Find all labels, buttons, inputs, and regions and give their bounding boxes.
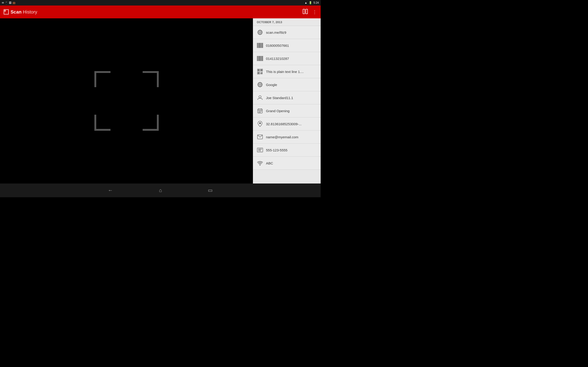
svg-rect-19 (257, 56, 258, 61)
svg-rect-52 (259, 111, 259, 111)
qr-code-icon (257, 68, 263, 75)
history-item-text: This is plain text line 1.... (266, 70, 304, 74)
svg-rect-27 (262, 56, 262, 61)
status-bar: ✉ 📱 🖼 💼 ▲ 🔋 5:24 (0, 0, 321, 6)
svg-rect-3 (306, 9, 308, 14)
history-item-text: 016000507661 (266, 44, 289, 48)
scan-logo-icon (4, 10, 8, 14)
clock: 5:24 (313, 1, 319, 4)
svg-rect-25 (261, 56, 261, 61)
bracket-top-right (143, 71, 159, 87)
svg-rect-20 (258, 56, 258, 61)
history-item[interactable]: scan.me/l9z9 (253, 26, 321, 39)
history-item-text: name@myemail.com (266, 135, 298, 139)
more-options-button[interactable]: ⋮ (312, 9, 317, 15)
globe-icon (257, 29, 263, 35)
svg-rect-21 (258, 56, 259, 61)
history-item-text: Grand Opening (266, 109, 290, 113)
svg-rect-56 (260, 112, 260, 113)
svg-rect-12 (259, 43, 259, 48)
location-pin-icon (257, 121, 263, 127)
app-bar-actions: ⋮ (303, 9, 317, 15)
home-button[interactable]: ⌂ (159, 187, 162, 193)
history-item[interactable]: Google (253, 78, 321, 91)
svg-rect-14 (260, 43, 260, 48)
svg-rect-38 (260, 73, 261, 73)
history-item[interactable]: ABC (253, 157, 321, 170)
app-title-scan: Scan (10, 9, 22, 15)
history-item[interactable]: Grand Opening (253, 104, 321, 117)
history-item[interactable]: 014113210287 (253, 52, 321, 65)
app-bar: Scan History ⋮ (0, 6, 321, 18)
svg-rect-17 (262, 43, 262, 48)
bracket-bottom-right (143, 115, 159, 131)
history-item-text: scan.me/l9z9 (266, 31, 286, 34)
svg-rect-18 (262, 43, 263, 48)
svg-rect-26 (261, 56, 262, 61)
wifi-icon (257, 160, 263, 166)
globe-icon (257, 81, 263, 88)
svg-rect-40 (260, 73, 262, 74)
calendar-icon (257, 108, 263, 114)
history-panel: OCTOBER 7, 2013 scan.me/l9z9 (253, 18, 321, 184)
history-item[interactable]: This is plain text line 1.... (253, 65, 321, 78)
svg-rect-16 (261, 43, 262, 48)
status-bar-right: ▲ 🔋 5:24 (304, 1, 319, 4)
svg-rect-35 (260, 72, 261, 73)
nav-bar: ← ⌂ ▭ (0, 184, 321, 197)
svg-rect-37 (262, 72, 262, 73)
svg-rect-15 (261, 43, 261, 48)
svg-point-63 (259, 165, 260, 166)
split-view-button[interactable] (303, 9, 308, 15)
status-bar-left: ✉ 📱 🖼 💼 (2, 1, 16, 4)
history-item[interactable]: name@myemail.com (253, 131, 321, 144)
app-logo (4, 9, 9, 15)
svg-rect-9 (257, 43, 258, 48)
briefcase-icon: 💼 (12, 1, 16, 4)
person-icon (257, 94, 263, 101)
history-item-text: ABC (266, 161, 273, 165)
svg-rect-2 (303, 9, 305, 14)
svg-rect-23 (259, 56, 260, 61)
phone-card-icon (257, 147, 263, 153)
svg-rect-13 (259, 43, 260, 48)
app-title-history: History (23, 9, 37, 15)
bracket-top-left (95, 71, 111, 87)
history-date-header: OCTOBER 7, 2013 (253, 18, 321, 26)
history-item-text: Google (266, 83, 277, 87)
svg-rect-24 (260, 56, 260, 61)
svg-rect-32 (261, 69, 262, 71)
svg-rect-34 (258, 73, 259, 74)
camera-view (0, 18, 253, 184)
svg-rect-55 (259, 112, 259, 113)
svg-point-57 (259, 123, 261, 124)
recents-button[interactable]: ▭ (208, 187, 213, 193)
email-icon (257, 134, 263, 140)
history-item-text: 014113210287 (266, 57, 289, 60)
scan-brackets (95, 71, 159, 131)
history-item-text: 555-123-5555 (266, 148, 287, 152)
svg-rect-39 (261, 73, 262, 73)
svg-rect-41 (262, 73, 262, 74)
svg-rect-53 (260, 111, 260, 111)
history-item[interactable]: 555-123-5555 (253, 144, 321, 157)
svg-rect-10 (258, 43, 258, 48)
barcode-icon (257, 55, 263, 62)
history-item-text: Joe Standard11.1 (266, 96, 293, 100)
svg-rect-30 (258, 69, 259, 71)
email-notification-icon: ✉ (2, 1, 4, 4)
svg-rect-22 (259, 56, 259, 61)
image-icon: 🖼 (9, 1, 11, 4)
bracket-bottom-left (95, 115, 111, 131)
wifi-status-icon: ▲ (304, 1, 307, 4)
history-item[interactable]: Joe Standard11.1 (253, 91, 321, 104)
barcode-icon (257, 42, 263, 49)
svg-rect-11 (258, 43, 259, 48)
battery-icon: 🔋 (309, 1, 312, 4)
svg-rect-28 (262, 56, 263, 61)
history-item[interactable]: 32.81361685253009-... (253, 117, 321, 131)
history-item[interactable]: 016000507661 (253, 39, 321, 52)
svg-point-47 (259, 96, 261, 98)
back-button[interactable]: ← (108, 187, 113, 193)
svg-rect-36 (261, 72, 262, 73)
